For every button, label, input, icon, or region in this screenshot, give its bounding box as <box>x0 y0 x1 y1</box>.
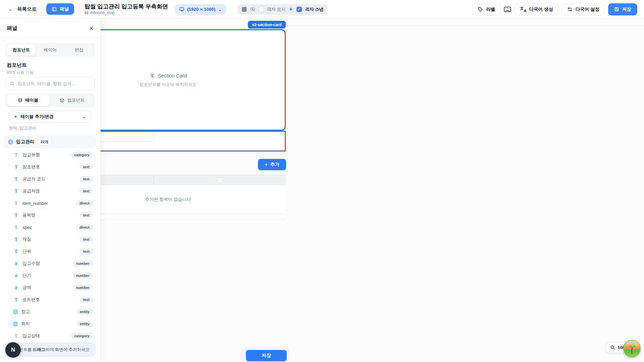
mode-component-button[interactable]: 컴포넌트 <box>51 95 94 106</box>
plus-icon: + <box>265 162 268 167</box>
database-icon <box>18 98 22 103</box>
save-button-label: 저장 <box>622 6 631 12</box>
column-list-item[interactable]: T 재질 text <box>0 233 100 245</box>
column-type-icon: T <box>13 153 19 158</box>
arrow-left-icon: ← <box>8 6 14 12</box>
column-label: 금액 <box>22 285 31 291</box>
add-table-dropdown[interactable]: + 테이블 추가/변경 ⌄ <box>9 111 92 123</box>
column-type-badge: entity <box>76 321 93 327</box>
column-label: item_number <box>22 201 48 206</box>
i18n-settings-button[interactable]: 다국어 설정 <box>562 3 605 15</box>
grid-show-checkbox[interactable] <box>259 7 264 12</box>
save-button[interactable]: 저장 <box>608 3 637 15</box>
browser-extension-island-icon[interactable] <box>623 340 641 357</box>
panel-tabs: 컴포넌트 레이어 편집 <box>5 43 95 57</box>
column-label: 로트번호 <box>22 297 40 303</box>
close-icon[interactable]: ✕ <box>89 25 94 32</box>
column-type-badge: text <box>79 164 93 170</box>
screen-size-selector[interactable]: (644 × 362) ⌄ <box>175 4 226 15</box>
mode-table-button[interactable]: 테이블 <box>7 95 50 106</box>
search-icon <box>10 81 15 86</box>
column-list-item[interactable]: T 품목명 text <box>0 209 100 221</box>
grid-snap-label: 격자 스냅 <box>305 6 324 12</box>
magnifier-icon <box>610 345 615 350</box>
grid-snap-checkbox[interactable]: ✓ <box>297 7 302 12</box>
column-type-badge: text <box>79 248 93 254</box>
table-group-header[interactable]: 입고관리 22개 <box>4 135 96 148</box>
column-list-item[interactable]: T 단위 text <box>0 245 100 257</box>
column-list-item[interactable]: T 공급처명 text <box>0 185 100 197</box>
component-search <box>5 77 95 90</box>
tab-layers[interactable]: 레이어 <box>36 44 64 56</box>
column-label: spec <box>22 225 32 230</box>
column-type-icon: T <box>13 297 19 302</box>
label-button[interactable]: 라벨 <box>472 3 500 15</box>
tab-components[interactable]: 컴포넌트 <box>7 44 36 56</box>
column-type-icon: T <box>13 189 19 194</box>
tab-edit[interactable]: 편집 <box>65 44 94 56</box>
add-row-label: 추가 <box>270 162 279 168</box>
i18n-generate-button[interactable]: 文A 다국어 생성 <box>515 3 558 15</box>
search-input[interactable] <box>17 81 91 86</box>
table-icon <box>85 11 89 15</box>
title-block: 탑씰 입고관리 입고등록 우측화면 inbound_mng <box>85 3 168 15</box>
divider <box>79 5 79 13</box>
source-mode-switch: 테이블 컴포넌트 <box>5 93 95 107</box>
column-list-item[interactable]: # 입고수량 number <box>0 257 100 269</box>
lightning-icon <box>288 7 293 12</box>
select-all-checkbox[interactable] <box>217 177 223 183</box>
palm-tree-icon <box>627 344 638 355</box>
components-section-title: 컴포넌트 <box>7 62 27 68</box>
column-list-item[interactable]: T item_number direct <box>0 197 100 209</box>
side-panel: 패널 ✕ 컴포넌트 레이어 편집 컴포넌트 83개 사용 가능 테이블 <box>0 19 101 362</box>
column-label: 품목명 <box>22 212 36 218</box>
section-card-hint: 컴포넌트를 이곳에 배치하세요 <box>140 82 196 87</box>
column-list-item[interactable]: 위치 entity <box>0 318 100 330</box>
keyboard-shortcuts-button[interactable] <box>504 6 511 12</box>
column-list-item[interactable]: T 참조번호 text <box>0 161 100 173</box>
grid-icon[interactable] <box>241 7 247 12</box>
column-list-item[interactable]: T 입고유형 category <box>0 149 100 161</box>
column-count-badge: 22개 <box>37 138 52 145</box>
back-to-list-button[interactable]: ← 목록으로 <box>8 6 37 12</box>
save-button-selection-outline: 저장 <box>244 348 289 362</box>
column-type-badge: number <box>73 285 93 291</box>
page-title: 탑씰 입고관리 입고등록 우측화면 <box>85 3 168 10</box>
column-list-item[interactable]: T 공급처 코드 text <box>0 173 100 185</box>
column-type-icon: # <box>13 285 19 290</box>
notification-avatar[interactable]: N <box>5 342 21 358</box>
column-list-item[interactable]: T 로트번호 text <box>0 294 100 306</box>
database-icon <box>8 139 13 144</box>
toolbar-right: 라벨 文A 다국어 생성 다국어 설정 저장 <box>472 3 644 15</box>
panel-title: 패널 <box>7 25 17 32</box>
column-label: 공급처 코드 <box>22 176 46 182</box>
column-type-icon: T <box>13 201 19 206</box>
column-label: 단가 <box>22 273 31 279</box>
column-type-icon <box>13 310 17 314</box>
column-list-item[interactable]: 창고 entity <box>0 306 100 318</box>
column-list-item[interactable]: T 입고상태 category <box>0 330 100 342</box>
column-type-icon: # <box>13 273 19 278</box>
column-type-badge: entity <box>76 309 93 315</box>
column-type-icon: T <box>13 334 19 339</box>
drag-hint-text: 컴포넌트를 드래그하여 화면에 추가하세요 <box>11 347 90 353</box>
column-list-item[interactable]: T spec direct <box>0 221 100 233</box>
column-type-badge: text <box>79 212 93 218</box>
toolbar-left: ← 목록으로 패널 탑씰 입고관리 입고등록 우측화면 inbound_mng <box>0 3 168 15</box>
chevron-down-icon: ⌄ <box>218 7 222 12</box>
panel-header: 패널 ✕ <box>0 19 100 38</box>
plus-icon: + <box>14 114 17 119</box>
panel-left-icon <box>52 7 57 12</box>
column-type-badge: number <box>73 273 93 279</box>
column-list-item[interactable]: # 금액 number <box>0 282 100 294</box>
panel-toggle-button[interactable]: 패널 <box>46 3 74 15</box>
column-list-item[interactable]: # 단가 number <box>0 269 100 282</box>
eye-off-icon[interactable] <box>250 6 256 12</box>
column-label: 참조번호 <box>22 164 40 170</box>
column-type-icon: T <box>13 249 19 254</box>
canvas-save-button[interactable]: 저장 <box>246 350 287 361</box>
column-type-badge: text <box>79 176 93 182</box>
column-label: 공급처명 <box>22 188 40 194</box>
add-row-button[interactable]: + 추가 <box>258 159 286 170</box>
column-label: 창고 <box>21 309 30 315</box>
